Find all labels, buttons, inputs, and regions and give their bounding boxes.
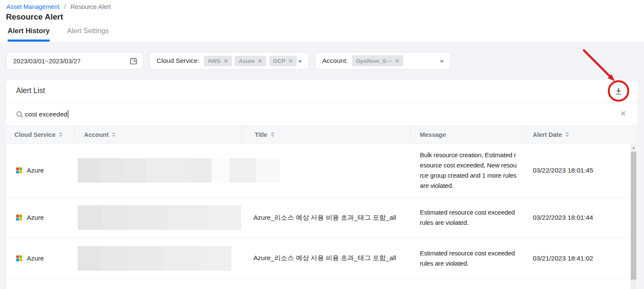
azure-icon	[16, 255, 22, 261]
sort-icon[interactable]	[59, 132, 62, 137]
cloud-service-cell: Azure	[27, 214, 44, 221]
download-button[interactable]	[613, 85, 624, 97]
chip-aws-label: AWS	[208, 58, 221, 64]
page-header: Asset Management / Resource Alert Resour…	[0, 0, 644, 43]
resource-alert-page: Asset Management / Resource Alert Resour…	[0, 0, 644, 289]
column-label: Account	[84, 131, 109, 138]
redacted-account	[78, 246, 231, 271]
remove-aws-icon[interactable]: ✕	[224, 58, 228, 64]
title-cell: Azure_리소스 예상 사용 비용 초과_태그 포함_all	[242, 254, 411, 263]
tab-alert-settings[interactable]: Alert Settings	[67, 27, 109, 42]
scrollbar-up-icon[interactable]: ▲	[630, 144, 637, 151]
clear-search-icon[interactable]: ✕	[620, 109, 626, 119]
page-title: Resource Alert	[6, 12, 63, 22]
sort-icon[interactable]	[112, 132, 115, 137]
text-cursor	[68, 110, 69, 118]
cloud-service-chevron-down-icon[interactable]	[298, 60, 302, 63]
remove-account-icon[interactable]: ✕	[395, 58, 399, 64]
redacted-account	[78, 158, 280, 183]
scrollbar-thumb[interactable]	[631, 152, 636, 280]
column-label: Title	[255, 131, 267, 138]
account-filter[interactable]: Account: OpsNow_S⋯ ✕	[315, 52, 451, 70]
chip-azure-label: Azure	[239, 58, 255, 64]
search-input[interactable]: cost exceeded ✕	[6, 103, 637, 126]
table-row[interactable]: Azure Azure_리소스 예상 사용 비용 초과_태그 포함_all Es…	[6, 238, 637, 279]
breadcrumb: Asset Management / Resource Alert	[6, 3, 111, 10]
panel-header: Alert List	[6, 80, 637, 103]
breadcrumb-separator: /	[64, 3, 66, 10]
column-label: Cloud Service	[14, 131, 56, 138]
table-header: Cloud Service Account Title Message Aler…	[6, 126, 637, 144]
chip-azure: Azure ✕	[235, 56, 266, 66]
chip-gcp-label: GCP	[273, 58, 285, 64]
table-scrollbar[interactable]: ▲	[630, 144, 637, 289]
message-cell: Estimated resource cost exceeded rules a…	[411, 248, 523, 269]
panel-title: Alert List	[16, 86, 45, 95]
table-row[interactable]: Azure Azure_리소스 예상 사용 비용 초과_태그 포함_all Es…	[6, 198, 637, 238]
tab-alert-history[interactable]: Alert History	[8, 27, 50, 42]
column-label: Message	[420, 131, 446, 138]
column-label: Alert Date	[533, 131, 562, 138]
table-body: Azure Bulk resource creation, Estimated …	[6, 144, 637, 289]
remove-gcp-icon[interactable]: ✕	[288, 58, 293, 64]
redacted-account	[78, 205, 241, 230]
message-cell: Bulk resource creation, Estimated resour…	[411, 150, 523, 191]
column-header-alert-date[interactable]: Alert Date	[523, 126, 637, 143]
breadcrumb-link-asset-management[interactable]: Asset Management	[6, 3, 59, 10]
remove-azure-icon[interactable]: ✕	[258, 58, 262, 64]
chip-account: OpsNow_S⋯ ✕	[352, 55, 403, 66]
date-range-value: 2023/03/01~2023/03/27	[13, 57, 81, 65]
calendar-icon[interactable]	[130, 57, 137, 65]
cloud-service-cell: Azure	[27, 167, 44, 174]
cloud-service-filter[interactable]: Cloud Service: AWS ✕ Azure ✕ GCP ✕	[149, 52, 309, 70]
cloud-service-cell: Azure	[27, 255, 44, 262]
sort-icon[interactable]	[565, 132, 569, 137]
column-header-cloud-service[interactable]: Cloud Service	[6, 126, 75, 143]
alert-list-panel: Alert List cost exceeded ✕ Cloud Service	[6, 80, 637, 289]
table-row[interactable]: Azure Bulk resource creation, Estimated …	[6, 144, 637, 198]
alert-date-cell: 03/21/2023 18:41:02	[523, 255, 637, 262]
column-header-title[interactable]: Title	[242, 126, 411, 143]
tab-bar: Alert History Alert Settings	[8, 27, 109, 42]
download-icon	[614, 86, 623, 96]
message-cell: Estimated resource cost exceeded rules a…	[411, 207, 523, 228]
search-icon	[16, 111, 23, 118]
azure-icon	[16, 167, 22, 173]
sort-icon[interactable]	[271, 132, 274, 137]
alert-date-cell: 03/22/2023 18:01:45	[523, 167, 637, 174]
filter-bar: 2023/03/01~2023/03/27 Cloud Service: AWS…	[0, 43, 644, 80]
account-label: Account:	[322, 57, 348, 65]
column-header-account[interactable]: Account	[75, 126, 242, 143]
chip-aws: AWS ✕	[204, 56, 232, 66]
date-range-input[interactable]: 2023/03/01~2023/03/27	[6, 52, 143, 70]
alert-date-cell: 03/22/2023 18:01:44	[523, 214, 637, 221]
cloud-service-label: Cloud Service:	[157, 57, 200, 65]
chip-gcp: GCP ✕	[269, 56, 297, 66]
chip-account-label: OpsNow_S⋯	[356, 57, 392, 64]
title-cell: Azure_리소스 예상 사용 비용 초과_태그 포함_all	[242, 213, 411, 222]
column-header-message: Message	[411, 126, 523, 143]
account-chevron-down-icon[interactable]	[440, 60, 444, 63]
azure-icon	[16, 215, 22, 221]
breadcrumb-current: Resource Alert	[70, 3, 111, 10]
search-value: cost exceeded	[25, 110, 68, 118]
